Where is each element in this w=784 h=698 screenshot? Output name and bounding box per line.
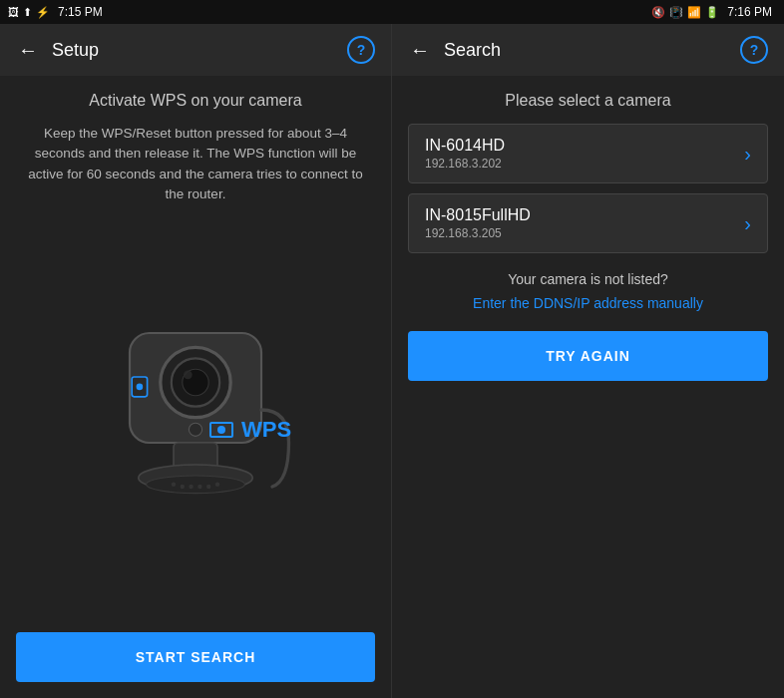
- camera-item-1-name: IN-8015FullHD: [425, 206, 531, 224]
- ddns-link[interactable]: Enter the DDNS/IP address manually: [408, 295, 768, 311]
- photo-icon: 🖼: [8, 6, 19, 18]
- status-bar-right: 🔇 📳 📶 🔋 7:16 PM: [392, 0, 784, 24]
- left-time: 7:15 PM: [58, 5, 103, 19]
- svg-point-10: [147, 476, 245, 494]
- status-bar: 🖼 ⬆ ⚡ 7:15 PM 🔇 📳 📶 🔋 7:16 PM: [0, 0, 784, 24]
- camera-item-0-info: IN-6014HD 192.168.3.202: [425, 137, 505, 171]
- camera-item-0-name: IN-6014HD: [425, 137, 505, 155]
- right-body: Please select a camera IN-6014HD 192.168…: [392, 76, 784, 698]
- not-listed-text: Your camera is not listed?: [408, 271, 768, 287]
- usb-icon: ⚡: [36, 6, 50, 19]
- vibrate-icon: 📳: [669, 6, 683, 19]
- left-back-button[interactable]: ←: [16, 39, 40, 62]
- svg-point-7: [137, 383, 144, 390]
- camera-svg: [86, 267, 305, 552]
- try-again-button[interactable]: TRY AGAIN: [408, 331, 768, 381]
- svg-point-11: [172, 482, 176, 486]
- left-panel: ← Setup ? Activate WPS on your camera Ke…: [0, 24, 392, 698]
- camera-item-0-chevron: ›: [744, 143, 751, 166]
- left-app-bar: ← Setup ?: [0, 24, 391, 76]
- right-back-button[interactable]: ←: [408, 39, 432, 62]
- svg-point-16: [215, 482, 219, 486]
- battery-icon: 🔋: [705, 6, 719, 19]
- wps-label-group: WPS: [209, 417, 291, 443]
- svg-point-15: [206, 484, 210, 488]
- camera-item-0[interactable]: IN-6014HD 192.168.3.202 ›: [408, 124, 768, 183]
- wps-dot-icon: [217, 426, 225, 434]
- not-listed-section: Your camera is not listed? Enter the DDN…: [408, 271, 768, 381]
- camera-item-1-info: IN-8015FullHD 192.168.3.205: [425, 206, 531, 240]
- wps-box: [209, 422, 233, 438]
- camera-item-1[interactable]: IN-8015FullHD 192.168.3.205 ›: [408, 193, 768, 253]
- right-time: 7:16 PM: [727, 5, 772, 19]
- right-panel-title: Search: [444, 40, 728, 61]
- svg-point-12: [181, 484, 185, 488]
- upload-icon: ⬆: [23, 6, 32, 19]
- wps-text-label: WPS: [241, 417, 291, 443]
- main-content: ← Setup ? Activate WPS on your camera Ke…: [0, 24, 784, 698]
- left-body: Activate WPS on your camera Keep the WPS…: [0, 76, 391, 620]
- svg-point-5: [189, 423, 201, 436]
- status-bar-left: 🖼 ⬆ ⚡ 7:15 PM: [0, 0, 392, 24]
- right-panel: ← Search ? Please select a camera IN-601…: [392, 24, 784, 698]
- wps-section-title: Activate WPS on your camera: [89, 92, 301, 110]
- right-help-button[interactable]: ?: [740, 36, 768, 64]
- mute-icon: 🔇: [651, 6, 665, 19]
- camera-item-1-ip: 192.168.3.205: [425, 226, 531, 240]
- start-search-button[interactable]: START SEARCH: [16, 632, 375, 682]
- wps-instruction: Keep the WPS/Reset button pressed for ab…: [20, 124, 371, 204]
- svg-point-4: [184, 370, 193, 379]
- camera-item-0-ip: 192.168.3.202: [425, 157, 505, 171]
- left-help-button[interactable]: ?: [347, 36, 375, 64]
- select-camera-title: Please select a camera: [408, 92, 768, 110]
- camera-item-1-chevron: ›: [744, 212, 751, 235]
- wifi-icon: 📶: [687, 6, 701, 19]
- right-app-bar: ← Search ?: [392, 24, 784, 76]
- camera-illustration: WPS: [20, 214, 371, 604]
- svg-point-14: [197, 484, 201, 488]
- left-panel-title: Setup: [52, 40, 335, 61]
- svg-point-13: [189, 484, 193, 488]
